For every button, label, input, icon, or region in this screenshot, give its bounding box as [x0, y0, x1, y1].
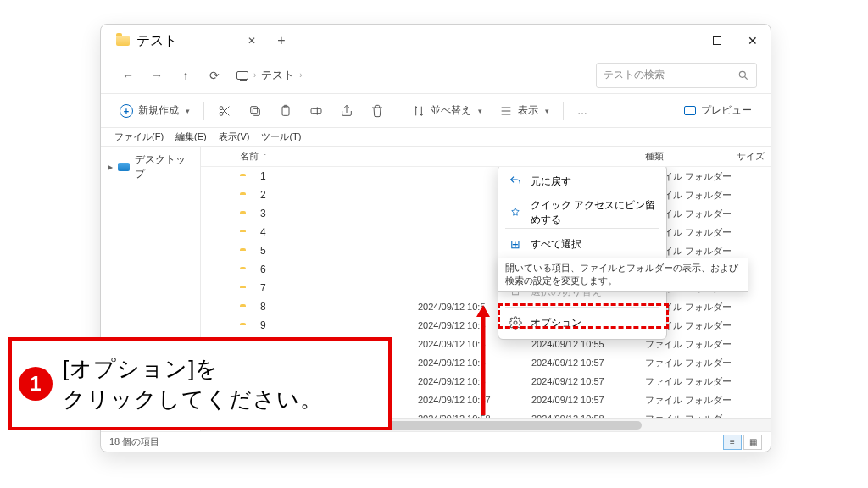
tab-title: テスト — [136, 32, 177, 50]
window-controls: — ✕ — [664, 28, 771, 53]
chevron-down-icon: ▾ — [186, 107, 190, 115]
table-row[interactable]: 12 10:54ファイル フォルダー — [201, 167, 771, 186]
sort-icon — [412, 104, 426, 118]
breadcrumb-current[interactable]: テスト — [261, 68, 294, 83]
new-button[interactable]: + 新規作成 ▾ — [113, 100, 197, 121]
svg-point-3 — [220, 112, 223, 115]
cut-button[interactable] — [211, 101, 238, 121]
file-name: 6 — [260, 263, 266, 275]
thumbnails-view-button[interactable]: ▦ — [743, 435, 762, 450]
more-button[interactable]: … — [570, 102, 594, 120]
svg-line-5 — [223, 106, 229, 112]
col-type[interactable]: 種類 — [645, 150, 737, 163]
ctx-undo-label: 元に戻す — [531, 175, 571, 189]
svg-marker-18 — [476, 305, 490, 317]
copy-button[interactable] — [242, 101, 269, 121]
file-date2: 2024/09/12 10:55 — [531, 339, 645, 349]
file-date2: 2024/09/12 10:57 — [531, 358, 645, 368]
maximize-button[interactable] — [699, 28, 735, 53]
file-date2: 2024/09/12 10:57 — [531, 376, 645, 386]
ctx-select-all-label: すべて選択 — [531, 237, 581, 252]
search-placeholder: テストの検索 — [604, 68, 665, 82]
menu-file[interactable]: ファイル(F) — [109, 129, 169, 145]
context-menu: 元に戻す クイック アクセスにピン留めする ⊞ すべて選択 ▭ 選択解除 — [498, 167, 667, 340]
tree-desktop[interactable]: ▶ デスクトップ — [101, 150, 200, 184]
refresh-button[interactable]: ⟳ — [201, 62, 228, 89]
chevron-right-icon: › — [253, 70, 256, 80]
up-button[interactable]: ↑ — [172, 62, 199, 89]
new-label: 新規作成 — [138, 103, 179, 118]
table-row[interactable]: 22 10:55ファイル フォルダー — [201, 186, 771, 204]
svg-rect-10 — [311, 108, 321, 113]
separator — [203, 102, 204, 120]
share-button[interactable] — [333, 101, 360, 121]
ctx-select-all[interactable]: ⊞ すべて選択 — [498, 232, 666, 256]
new-tab-button[interactable]: + — [269, 33, 294, 48]
sort-label: 並べ替え — [431, 103, 471, 118]
table-row[interactable]: 42 10:55ファイル フォルダー — [201, 223, 771, 241]
back-button[interactable]: ← — [114, 62, 142, 89]
scissors-icon — [218, 104, 231, 118]
file-date2: 2024/09/12 10:57 — [531, 395, 645, 405]
desktop-icon — [118, 163, 130, 171]
preview-label: プレビュー — [701, 103, 752, 118]
menu-view[interactable]: 表示(V) — [214, 129, 255, 145]
tab-close-button[interactable]: ✕ — [243, 32, 260, 49]
close-button[interactable]: ✕ — [735, 28, 771, 53]
ctx-undo[interactable]: 元に戻す — [498, 169, 666, 193]
tab-active[interactable]: テスト ✕ — [108, 27, 269, 54]
svg-point-2 — [220, 106, 223, 109]
address-bar[interactable]: › テスト › — [230, 68, 594, 83]
details-view-button[interactable]: ≡ — [723, 435, 742, 450]
ctx-options[interactable]: オプション — [498, 311, 666, 335]
tooltip: 開いている項目、ファイルとフォルダーの表示、および検索の設定を変更します。 — [498, 258, 748, 292]
annotation-text: [オプション]を クリックしてください。 — [63, 353, 323, 415]
table-row[interactable]: 32 10:55ファイル フォルダー — [201, 204, 771, 223]
annotation-callout: 1 [オプション]を クリックしてください。 — [8, 337, 392, 430]
toolbar: + 新規作成 ▾ 並べ替え ▾ 表示 — [101, 94, 771, 128]
preview-button[interactable]: プレビュー — [677, 100, 759, 121]
file-type: ファイル フォルダー — [645, 375, 737, 388]
ctx-pin[interactable]: クイック アクセスにピン留めする — [498, 201, 666, 225]
folder-icon — [116, 36, 130, 46]
col-size[interactable]: サイズ — [737, 150, 771, 163]
ctx-pin-label: クイック アクセスにピン留めする — [531, 198, 656, 227]
tooltip-text: 開いている項目、ファイルとフォルダーの表示、および検索の設定を変更します。 — [505, 263, 738, 286]
minimize-button[interactable]: — — [664, 28, 699, 53]
chevron-down-icon: ▾ — [545, 107, 549, 115]
svg-rect-7 — [251, 106, 258, 113]
file-type: ファイル フォルダー — [645, 394, 737, 407]
titlebar: テスト ✕ + — ✕ — [101, 25, 771, 57]
gear-icon — [509, 316, 522, 330]
select-all-icon: ⊞ — [509, 237, 522, 251]
item-count: 18 個の項目 — [109, 435, 159, 448]
search-input[interactable]: テストの検索 — [596, 63, 757, 88]
menubar: ファイル(F) 編集(E) 表示(V) ツール(T) — [101, 128, 771, 147]
rename-icon — [309, 104, 323, 118]
separator — [398, 102, 398, 120]
file-name: 4 — [260, 226, 266, 238]
paste-button[interactable] — [272, 101, 299, 121]
file-name: 3 — [260, 208, 266, 219]
trash-icon — [370, 104, 384, 118]
svg-line-4 — [223, 109, 229, 115]
file-name: 9 — [260, 319, 266, 331]
chevron-right-icon[interactable]: ▶ — [108, 164, 113, 171]
menu-tool[interactable]: ツール(T) — [256, 129, 306, 145]
rename-button[interactable] — [303, 101, 330, 121]
view-button[interactable]: 表示 ▾ — [492, 100, 556, 121]
delete-button[interactable] — [364, 101, 391, 121]
forward-button[interactable]: → — [143, 62, 170, 89]
file-name: 1 — [260, 170, 266, 182]
file-name: 2 — [260, 189, 266, 201]
undo-icon — [509, 175, 522, 188]
status-bar: 18 個の項目 ≡ ▦ — [101, 431, 771, 452]
copy-icon — [248, 104, 262, 118]
file-type: ファイル フォルダー — [645, 357, 737, 369]
search-icon — [737, 69, 749, 81]
col-name[interactable]: 名前 ˆ — [240, 150, 418, 163]
sort-button[interactable]: 並べ替え ▾ — [405, 100, 489, 121]
view-label: 表示 — [518, 103, 538, 118]
menu-edit[interactable]: 編集(E) — [170, 129, 212, 145]
plus-circle-icon: + — [120, 104, 133, 118]
